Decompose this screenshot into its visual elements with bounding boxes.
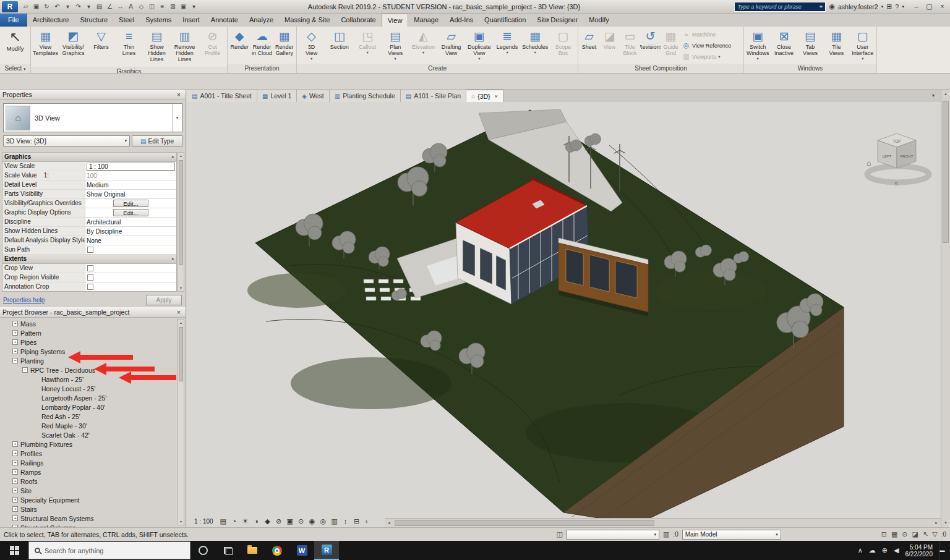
- visibility-graphics-button[interactable]: ◩ Visibility/Graphics: [59, 27, 87, 67]
- revisions-button[interactable]: ↺ Revisions: [640, 27, 661, 64]
- redo-icon[interactable]: ↷: [73, 2, 83, 12]
- expand-toggle[interactable]: +: [12, 321, 18, 326]
- network-icon[interactable]: ⊕: [882, 546, 888, 554]
- tab-collaborate[interactable]: Collaborate: [335, 14, 381, 27]
- switch-windows-icon[interactable]: ▣: [178, 2, 189, 12]
- expand-toggle[interactable]: −: [12, 358, 18, 363]
- expand-toggle[interactable]: +: [12, 339, 18, 345]
- tab-list-chevron-icon[interactable]: ▾: [928, 90, 939, 102]
- tab-site-designer[interactable]: Site Designer: [531, 14, 583, 27]
- viewtab-3d[interactable]: ⌂ {3D} ×: [466, 90, 503, 102]
- show-crop-region-icon[interactable]: ▣: [285, 517, 295, 526]
- property-value[interactable]: Architectural: [85, 218, 176, 226]
- tree-pattern[interactable]: + Pattern: [0, 328, 178, 337]
- duplicate-view-button[interactable]: ▣ DuplicateView ▾: [465, 27, 493, 64]
- prop-vg-overrides[interactable]: Visibility/Graphics Overrides Edit...: [2, 199, 176, 208]
- tree-mass[interactable]: + Mass: [0, 319, 178, 328]
- windows-panel-label[interactable]: Windows: [744, 64, 876, 73]
- property-value[interactable]: 100: [85, 171, 176, 180]
- signed-in-user[interactable]: ashley.foster2: [838, 3, 878, 11]
- expand-toggle[interactable]: +: [12, 469, 18, 475]
- viewcube-home-icon[interactable]: ⌂: [867, 159, 871, 168]
- reveal-constraints-icon[interactable]: ⊟: [352, 517, 362, 526]
- revit-taskbar-button[interactable]: R: [314, 541, 339, 560]
- property-value[interactable]: [85, 282, 176, 291]
- tree-scarlet-oak-42[interactable]: Scarlet Oak - 42': [0, 430, 178, 439]
- create-panel-label[interactable]: Create: [297, 64, 578, 73]
- prop-crop-region-visible[interactable]: Crop Region Visible: [2, 273, 176, 282]
- temporary-hide-isolate-icon[interactable]: ◉: [307, 517, 317, 526]
- thin-lines-button[interactable]: ≡ ThinLines: [115, 27, 143, 67]
- tree-plumbing-fixtures[interactable]: + Plumbing Fixtures: [0, 439, 178, 449]
- shadows-icon[interactable]: ◑: [252, 517, 262, 526]
- prop-section-graphics[interactable]: Graphics ▴: [2, 153, 176, 162]
- viewtab-a101-site-plan[interactable]: ▤ A101 - Site Plan: [401, 90, 466, 102]
- select-pinned-icon[interactable]: ⊙: [902, 530, 907, 538]
- tab-modify[interactable]: Modify: [583, 14, 614, 27]
- tile-views-button[interactable]: ▦ TileViews: [823, 27, 849, 64]
- scrollbar-thumb[interactable]: [395, 520, 654, 526]
- expand-toggle[interactable]: +: [12, 330, 18, 336]
- scroll-left-arrow[interactable]: ◂: [385, 519, 393, 527]
- close-inactive-button[interactable]: ⊠ CloseInactive: [771, 27, 797, 64]
- measure-icon[interactable]: ∠: [105, 2, 115, 12]
- graphics-panel-label[interactable]: Graphics: [31, 67, 227, 73]
- tree-lombardy-poplar-40[interactable]: Lombardy Poplar - 40': [0, 402, 178, 412]
- app-store-cart-icon[interactable]: ⊞: [886, 2, 892, 11]
- filters-button[interactable]: ▽ Filters: [87, 27, 115, 67]
- hidden-icons-icon[interactable]: ∧: [858, 546, 863, 554]
- sun-path-icon[interactable]: ☀: [241, 517, 250, 526]
- properties-close-icon[interactable]: ×: [174, 91, 183, 98]
- default-3d-view-icon[interactable]: ◇: [136, 2, 147, 12]
- reveal-hidden-elements-icon[interactable]: ◎: [319, 517, 328, 526]
- sheet-composition-panel-label[interactable]: Sheet Composition: [578, 64, 743, 73]
- edit-type-button[interactable]: ▤ Edit Type: [132, 135, 182, 146]
- tab-manage[interactable]: Manage: [408, 14, 444, 27]
- drafting-view-button[interactable]: ▱ DraftingView: [437, 27, 465, 64]
- prop-annotation-crop[interactable]: Annotation Crop: [2, 282, 176, 292]
- tree-red-ash-25[interactable]: Red Ash - 25': [0, 412, 178, 421]
- view-tab-close-icon[interactable]: ×: [495, 93, 498, 100]
- title-block-button[interactable]: ▭ TitleBlock: [620, 27, 640, 64]
- tree-structural-beam-systems[interactable]: + Structural Beam Systems: [0, 514, 178, 523]
- property-value[interactable]: Show Original: [85, 190, 176, 198]
- property-value[interactable]: [85, 273, 176, 282]
- property-value[interactable]: Medium: [85, 180, 176, 189]
- search-icon[interactable]: ⌖: [819, 3, 823, 11]
- tree-site[interactable]: + Site: [0, 486, 178, 495]
- scroll-down-icon[interactable]: ▾: [178, 519, 184, 525]
- tree-stairs[interactable]: + Stairs: [0, 504, 178, 514]
- expand-toggle[interactable]: +: [12, 460, 18, 465]
- presentation-panel-label[interactable]: Presentation: [228, 64, 296, 73]
- view-reference-button[interactable]: ◎ View Reference: [682, 41, 742, 50]
- properties-header[interactable]: Properties ×: [0, 90, 186, 100]
- properties-help-link[interactable]: Properties help: [3, 297, 45, 303]
- tab-quantification[interactable]: Quantification: [479, 14, 531, 27]
- 3d-view-scene[interactable]: S TOP LEFT FRONT ⌂: [187, 102, 941, 527]
- chrome-button[interactable]: [265, 541, 289, 560]
- scope-box-button[interactable]: ▢ ScopeBox: [549, 27, 577, 64]
- drawing-area[interactable]: S TOP LEFT FRONT ⌂ 1 : 100 ▤◔☀◑◆⊘▣⊙◉◎▥↕⊟…: [187, 102, 941, 527]
- user-interface-button[interactable]: ▢ UserInterface ▾: [850, 27, 876, 64]
- remove-hidden-lines-button[interactable]: ▥ RemoveHidden Lines: [171, 27, 199, 67]
- tree-red-maple-30[interactable]: Red Maple - 30': [0, 421, 178, 430]
- close-inactive-icon[interactable]: ⊠: [168, 2, 178, 12]
- temporary-view-properties-icon[interactable]: ▥: [330, 517, 340, 526]
- start-button[interactable]: [0, 541, 28, 560]
- scroll-up-icon[interactable]: ▴: [178, 320, 184, 326]
- render-dialog-icon[interactable]: ◆: [263, 517, 273, 526]
- prop-graphic-display-options[interactable]: Graphic Display Options Edit...: [2, 208, 176, 218]
- expand-toggle[interactable]: +: [12, 488, 18, 493]
- expand-toggle[interactable]: −: [22, 367, 28, 373]
- scroll-left-icon[interactable]: ‹: [363, 517, 370, 525]
- scroll-up-icon[interactable]: ▴: [178, 153, 184, 159]
- tab-structure[interactable]: Structure: [74, 14, 113, 27]
- maximize-button[interactable]: ▢: [923, 1, 936, 12]
- switch-windows-button[interactable]: ▣ SwitchWindows ▾: [745, 27, 771, 64]
- apply-button[interactable]: Apply: [146, 295, 182, 305]
- tree-profiles[interactable]: + Profiles: [0, 449, 178, 458]
- select-by-face-icon[interactable]: ◪: [912, 530, 918, 538]
- viewtab-level-1[interactable]: ▦ Level 1: [257, 90, 297, 102]
- tab-views-button[interactable]: ▤ TabViews: [797, 27, 823, 64]
- property-value[interactable]: None: [85, 236, 176, 245]
